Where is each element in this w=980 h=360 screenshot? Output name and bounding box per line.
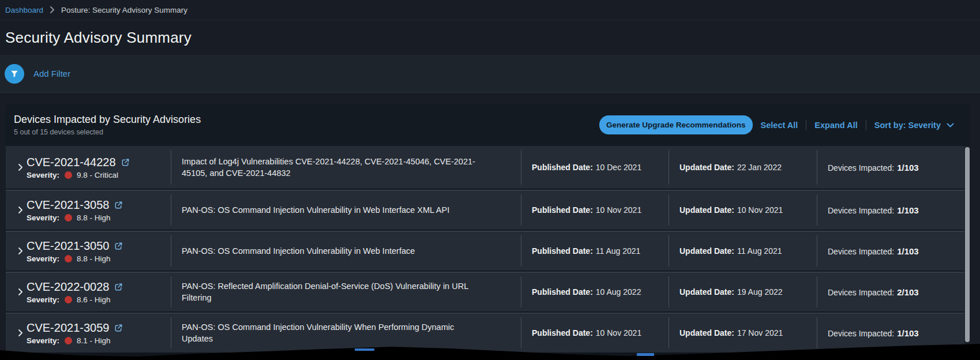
advisory-description-cell: PAN-OS: Reflected Amplification Denial-o… xyxy=(171,272,521,312)
advisory-row: CVE-2021-44228 Severity: 9.8 - Critical … xyxy=(6,146,964,189)
filter-bar: Add Filter xyxy=(0,55,980,93)
severity-value: 8.8 - High xyxy=(77,254,111,263)
advisory-row: CVE-2022-0028 Severity: 8.6 - High PAN-O… xyxy=(6,272,964,312)
breadcrumb-current: Posture: Security Advisory Summary xyxy=(61,6,187,14)
artifact-blue-dash xyxy=(355,348,374,351)
advisory-summary-cell: CVE-2021-3059 Severity: 8.1 - High xyxy=(6,313,171,352)
external-link-icon[interactable] xyxy=(121,158,130,167)
breadcrumb-dashboard-link[interactable]: Dashboard xyxy=(5,6,43,14)
advisory-description-cell: PAN-OS: OS Command Injection Vulnerabili… xyxy=(171,190,521,230)
chevron-right-icon[interactable] xyxy=(18,288,23,296)
cve-line: CVE-2021-3058 xyxy=(27,198,123,212)
severity-value: 8.1 - High xyxy=(77,336,111,345)
chevron-right-icon[interactable] xyxy=(18,247,23,255)
severity-dot-icon xyxy=(65,337,72,344)
advisory-row: CVE-2021-3050 Severity: 8.8 - High PAN-O… xyxy=(6,231,964,271)
sort-by-dropdown[interactable]: Sort by: Severity xyxy=(874,121,954,130)
advisory-description: Impact of Log4j Vulnerabilities CVE-2021… xyxy=(182,156,485,179)
filter-button[interactable] xyxy=(5,64,24,84)
updated-date-label: Updated Date: xyxy=(679,287,734,297)
published-date-cell: Published Date:10 Nov 2021 xyxy=(521,190,669,230)
severity-dot-icon xyxy=(65,214,72,222)
page-title: Security Advisory Summary xyxy=(5,29,192,47)
select-all-link[interactable]: Select All xyxy=(761,121,798,130)
advisory-description: PAN-OS: OS Command Injection Vulnerabili… xyxy=(182,204,449,216)
chevron-right-icon[interactable] xyxy=(18,207,23,214)
cve-id-link[interactable]: CVE-2022-0028 xyxy=(27,280,109,294)
updated-date-cell: Updated Date:17 Nov 2021 xyxy=(669,313,817,352)
devices-impacted-cell: Devices Impacted:1/103 xyxy=(817,231,964,271)
devices-impacted-label: Devices Impacted: xyxy=(828,206,894,215)
devices-impacted-value: 1/103 xyxy=(897,328,919,338)
devices-impacted-cell: Devices Impacted:1/103 xyxy=(817,190,964,230)
severity-line: Severity: 8.8 - High xyxy=(27,213,111,222)
cve-id-link[interactable]: CVE-2021-3050 xyxy=(27,239,109,253)
severity-value: 9.8 - Critical xyxy=(77,171,118,179)
devices-impacted-panel: Devices Impacted by Security Advisories … xyxy=(6,104,970,360)
published-date-label: Published Date: xyxy=(532,246,593,256)
filter-funnel-icon xyxy=(10,70,18,78)
sort-by-label: Sort by: Severity xyxy=(874,121,941,130)
expand-all-link[interactable]: Expand All xyxy=(814,121,857,130)
updated-date-cell: Updated Date:11 Aug 2021 xyxy=(669,231,817,271)
external-link-icon[interactable] xyxy=(114,324,123,332)
updated-date-value: 19 Aug 2022 xyxy=(737,287,783,297)
external-link-icon[interactable] xyxy=(114,201,123,209)
updated-date-value: 11 Aug 2021 xyxy=(737,246,782,256)
advisory-description-cell: Impact of Log4j Vulnerabilities CVE-2021… xyxy=(171,146,521,189)
updated-date-label: Updated Date: xyxy=(679,205,734,215)
published-date-cell: Published Date:11 Aug 2021 xyxy=(521,231,669,271)
chevron-down-icon xyxy=(947,123,954,127)
cve-id-link[interactable]: CVE-2021-44228 xyxy=(27,156,116,169)
severity-value: 8.8 - High xyxy=(77,213,111,222)
published-date-label: Published Date: xyxy=(532,328,593,337)
severity-line: Severity: 9.8 - Critical xyxy=(27,171,118,179)
panel-subtitle: 5 out of 15 devices selected xyxy=(14,128,201,136)
chevron-right-icon xyxy=(50,6,55,13)
chevron-right-icon[interactable] xyxy=(18,329,23,337)
panel-actions: Generate Upgrade Recommendations Select … xyxy=(599,115,959,134)
updated-date-label: Updated Date: xyxy=(679,163,734,172)
scrollbar-thumb[interactable] xyxy=(965,147,970,342)
advisory-description: PAN-OS: OS Command Injection Vulnerabili… xyxy=(182,245,415,257)
external-link-icon[interactable] xyxy=(114,242,123,250)
chevron-right-icon[interactable] xyxy=(18,164,23,171)
severity-dot-icon xyxy=(65,171,72,179)
cve-line: CVE-2021-44228 xyxy=(27,156,130,169)
scrollbar-track xyxy=(964,146,970,360)
updated-date-value: 10 Nov 2021 xyxy=(737,205,783,215)
severity-label: Severity: xyxy=(27,171,59,179)
updated-date-value: 22 Jan 2022 xyxy=(737,163,782,172)
published-date-value: 10 Nov 2021 xyxy=(596,205,641,215)
severity-label: Severity: xyxy=(27,213,59,222)
published-date-label: Published Date: xyxy=(532,163,593,172)
advisory-summary-cell: CVE-2021-3058 Severity: 8.8 - High xyxy=(6,190,171,230)
severity-label: Severity: xyxy=(27,254,59,263)
add-filter-link[interactable]: Add Filter xyxy=(33,69,70,78)
advisory-description: PAN-OS: Reflected Amplification Denial-o… xyxy=(182,280,485,303)
advisory-description-cell: PAN-OS: OS Command Injection Vulnerabili… xyxy=(171,313,521,352)
devices-impacted-label: Devices Impacted: xyxy=(828,329,894,338)
severity-label: Severity: xyxy=(27,336,59,345)
advisory-list: CVE-2021-44228 Severity: 9.8 - Critical … xyxy=(6,146,970,352)
advisory-row: CVE-2021-3059 Severity: 8.1 - High PAN-O… xyxy=(6,313,964,352)
generate-upgrade-recommendations-button[interactable]: Generate Upgrade Recommendations xyxy=(599,115,753,134)
devices-impacted-label: Devices Impacted: xyxy=(828,163,894,172)
cve-id-link[interactable]: CVE-2021-3059 xyxy=(27,321,109,335)
breadcrumb: Dashboard Posture: Security Advisory Sum… xyxy=(0,0,980,20)
cve-id-link[interactable]: CVE-2021-3058 xyxy=(27,198,109,212)
updated-date-label: Updated Date: xyxy=(679,328,734,337)
severity-label: Severity: xyxy=(27,295,59,304)
published-date-value: 11 Aug 2021 xyxy=(596,246,641,256)
devices-impacted-cell: Devices Impacted:2/103 xyxy=(817,272,964,312)
cve-line: CVE-2021-3059 xyxy=(27,321,123,335)
page-title-bar: Security Advisory Summary xyxy=(0,20,980,55)
advisory-row: CVE-2021-3058 Severity: 8.8 - High PAN-O… xyxy=(6,190,964,230)
published-date-value: 10 Aug 2022 xyxy=(596,287,641,297)
external-link-icon[interactable] xyxy=(114,283,123,291)
cve-line: CVE-2022-0028 xyxy=(27,280,123,294)
published-date-cell: Published Date:10 Nov 2021 xyxy=(521,313,669,352)
updated-date-cell: Updated Date:22 Jan 2022 xyxy=(669,146,817,189)
advisory-summary-cell: CVE-2021-44228 Severity: 9.8 - Critical xyxy=(6,146,171,189)
published-date-value: 10 Nov 2021 xyxy=(596,328,641,337)
